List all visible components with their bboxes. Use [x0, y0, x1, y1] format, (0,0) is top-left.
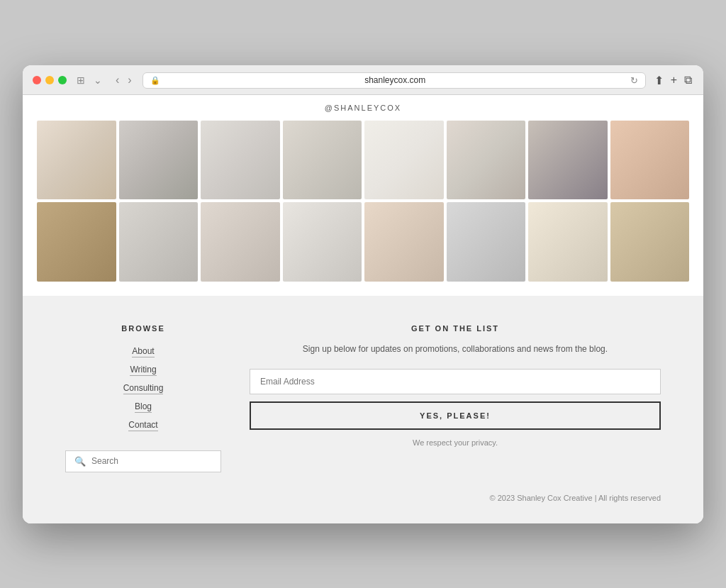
photo-cell[interactable] [37, 202, 116, 282]
nav-link-blog[interactable]: Blog [135, 401, 152, 413]
footer-top: BROWSE About Writing Consulting Blog [65, 324, 661, 472]
photo-grid [37, 121, 689, 282]
search-input[interactable] [91, 456, 212, 466]
photo-cell[interactable] [528, 202, 608, 282]
photo-image [447, 121, 526, 200]
footer-browse-column: BROWSE About Writing Consulting Blog [65, 324, 221, 472]
search-icon: 🔍 [74, 456, 86, 467]
url-display: shanleycox.com [164, 75, 626, 85]
photo-cell[interactable] [364, 121, 444, 200]
photo-image [364, 121, 444, 200]
nav-link-contact[interactable]: Contact [128, 420, 157, 431]
photo-cell[interactable] [37, 121, 116, 200]
photo-image [610, 121, 690, 200]
footer-bottom: © 2023 Shanley Cox Creative | All rights… [65, 494, 661, 502]
share-button[interactable]: ⬆ [653, 72, 665, 89]
browse-title: BROWSE [65, 324, 221, 333]
photo-image [364, 202, 444, 282]
lock-icon: 🔒 [150, 76, 160, 85]
email-input[interactable] [250, 369, 661, 394]
reload-button[interactable]: ↻ [630, 75, 638, 86]
nav-link-consulting[interactable]: Consulting [123, 383, 164, 394]
photo-cell[interactable] [201, 202, 280, 282]
close-button[interactable] [33, 76, 41, 84]
footer-search: 🔍 [65, 450, 221, 472]
photo-cell[interactable] [610, 202, 690, 282]
footer-nav: About Writing Consulting Blog Contact [65, 344, 221, 431]
photo-cell[interactable] [528, 121, 608, 200]
footer: BROWSE About Writing Consulting Blog [23, 296, 703, 523]
photo-image [283, 202, 362, 282]
photo-cell[interactable] [364, 202, 444, 282]
photo-image [119, 202, 199, 282]
back-button[interactable]: ‹ [112, 72, 123, 88]
nav-item-about: About [65, 344, 221, 357]
subscribe-button[interactable]: YES, PLEASE! [250, 401, 661, 430]
sidebar-toggle-button[interactable]: ⊞ [74, 74, 88, 87]
address-bar[interactable]: 🔒 shanleycox.com ↻ [143, 72, 646, 89]
forward-button[interactable]: › [124, 72, 135, 88]
maximize-button[interactable] [58, 76, 67, 84]
browser-actions: ⬆ + ⧉ [653, 72, 693, 89]
photo-image [447, 202, 526, 282]
page-content: @SHANLEYCOX [23, 95, 703, 523]
nav-item-writing: Writing [65, 362, 221, 375]
photo-image [201, 121, 280, 200]
nav-item-consulting: Consulting [65, 381, 221, 394]
browser-controls: ⊞ ⌄ [74, 74, 105, 87]
photo-cell[interactable] [283, 202, 362, 282]
chevron-down-icon[interactable]: ⌄ [91, 74, 105, 87]
photo-cell[interactable] [447, 121, 526, 200]
nav-item-blog: Blog [65, 399, 221, 412]
footer-newsletter-column: GET ON THE LIST Sign up below for update… [250, 324, 661, 472]
nav-link-about[interactable]: About [132, 346, 154, 357]
photo-image [37, 121, 116, 200]
newsletter-title: GET ON THE LIST [250, 324, 661, 333]
minimize-button[interactable] [45, 76, 54, 84]
photo-cell[interactable] [119, 202, 199, 282]
photo-image [37, 202, 116, 282]
search-box: 🔍 [65, 450, 221, 472]
nav-item-contact: Contact [65, 418, 221, 431]
tabs-button[interactable]: ⧉ [683, 72, 693, 89]
photo-image [528, 202, 608, 282]
photo-cell[interactable] [119, 121, 199, 200]
browser-chrome: ⊞ ⌄ ‹ › 🔒 shanleycox.com ↻ ⬆ + ⧉ [23, 65, 703, 95]
newsletter-description: Sign up below for updates on promotions,… [250, 343, 661, 356]
photo-cell[interactable] [610, 121, 690, 200]
photo-cell[interactable] [201, 121, 280, 200]
photo-image [119, 121, 199, 200]
photo-image [610, 202, 690, 282]
copyright-text: © 2023 Shanley Cox Creative | All rights… [490, 494, 661, 502]
photo-image [283, 121, 362, 200]
browser-window: ⊞ ⌄ ‹ › 🔒 shanleycox.com ↻ ⬆ + ⧉ @SHANLE… [23, 65, 703, 523]
privacy-note: We respect your privacy. [250, 438, 661, 447]
instagram-handle: @SHANLEYCOX [37, 104, 689, 112]
nav-buttons: ‹ › [112, 72, 135, 88]
photo-image [201, 202, 280, 282]
instagram-section: @SHANLEYCOX [23, 95, 703, 296]
nav-link-writing[interactable]: Writing [130, 365, 156, 376]
traffic-lights [33, 76, 67, 84]
photo-cell[interactable] [447, 202, 526, 282]
photo-image [528, 121, 608, 200]
new-tab-button[interactable]: + [669, 72, 678, 89]
photo-cell[interactable] [283, 121, 362, 200]
